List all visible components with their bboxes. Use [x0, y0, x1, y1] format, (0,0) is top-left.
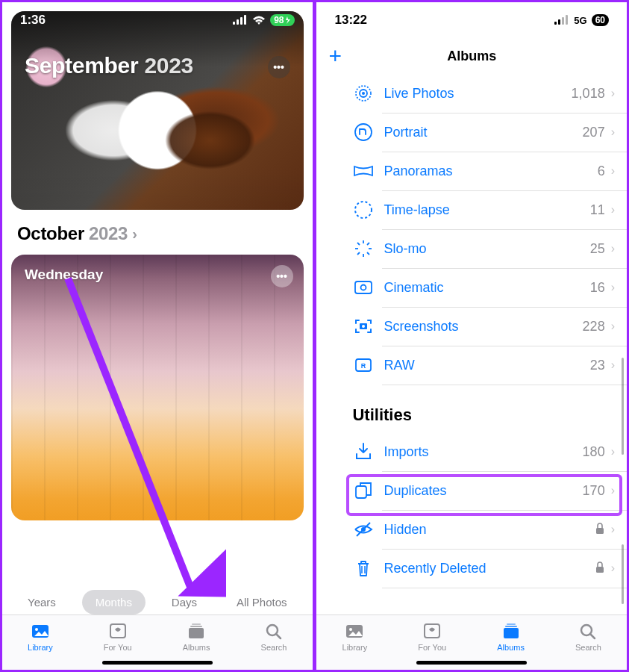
- portrait-icon: [352, 121, 375, 143]
- library-icon: [30, 621, 51, 641]
- svg-rect-36: [356, 486, 366, 498]
- segment-days[interactable]: Days: [158, 590, 210, 615]
- day-card-wednesday[interactable]: Wednesday •••: [11, 255, 304, 520]
- album-row-time-lapse[interactable]: Time-lapse11›: [316, 190, 627, 229]
- svg-rect-8: [192, 623, 201, 625]
- raw-icon: R: [352, 354, 375, 376]
- svg-point-31: [361, 285, 366, 290]
- svg-rect-9: [190, 626, 202, 627]
- scroll-indicator[interactable]: [622, 544, 624, 604]
- row-count: 6: [598, 164, 605, 179]
- albums-list[interactable]: Live Photos1,018›Portrait207›Panoramas6›…: [316, 74, 627, 615]
- tab-library[interactable]: Library: [342, 621, 368, 652]
- svg-rect-15: [562, 17, 564, 25]
- chevron-right-icon: ›: [611, 320, 615, 333]
- row-count: 228: [583, 319, 605, 335]
- chevron-right-icon: ›: [611, 125, 615, 139]
- svg-rect-39: [596, 528, 604, 534]
- album-row-cinematic[interactable]: Cinematic16›: [316, 268, 627, 307]
- more-button[interactable]: •••: [271, 265, 293, 287]
- tab-search[interactable]: Search: [261, 621, 287, 652]
- row-label: Panoramas: [384, 164, 452, 179]
- svg-rect-13: [554, 22, 557, 25]
- pano-icon: [352, 160, 375, 182]
- svg-rect-46: [507, 623, 516, 625]
- tab-albums[interactable]: Albums: [183, 621, 210, 652]
- album-row-raw[interactable]: RRAW23›: [316, 346, 627, 385]
- scroll-indicator[interactable]: [622, 358, 624, 455]
- add-button[interactable]: +: [328, 45, 342, 67]
- svg-line-26: [357, 243, 360, 245]
- battery-indicator: 98: [270, 14, 294, 26]
- row-count: 207: [583, 125, 605, 140]
- home-indicator[interactable]: [102, 661, 213, 665]
- library-view[interactable]: September 2023 ••• October 2023 › Wednes…: [2, 2, 313, 579]
- hidden-icon: [352, 518, 375, 541]
- row-label: Cinematic: [384, 280, 443, 296]
- svg-rect-2: [240, 17, 242, 25]
- svg-rect-0: [233, 22, 235, 25]
- svg-rect-14: [558, 19, 560, 25]
- search-icon: [578, 621, 598, 641]
- library-icon: [344, 621, 365, 641]
- svg-rect-42: [596, 567, 604, 573]
- signal-icon: [233, 15, 248, 25]
- status-time: 1:36: [20, 13, 46, 28]
- album-row-slo-mo[interactable]: Slo-mo25›: [316, 229, 627, 268]
- chevron-right-icon: ›: [611, 484, 615, 497]
- svg-point-33: [362, 325, 365, 328]
- card-subtitle: Wednesday: [25, 267, 103, 283]
- album-row-portrait[interactable]: Portrait207›: [316, 113, 627, 152]
- row-label: Live Photos: [384, 86, 454, 102]
- row-label: Slo-mo: [384, 241, 426, 257]
- album-row-live-photos[interactable]: Live Photos1,018›: [316, 74, 627, 113]
- trash-icon: [352, 557, 375, 579]
- slomo-icon: [352, 237, 375, 260]
- segment-all-photos[interactable]: All Photos: [223, 590, 301, 615]
- lock-icon: [595, 561, 605, 576]
- status-bar: 1:36 98: [2, 2, 313, 38]
- chevron-right-icon: ›: [611, 358, 615, 372]
- home-indicator[interactable]: [416, 661, 527, 665]
- status-indicators: 98: [233, 14, 294, 26]
- albums-icon: [186, 621, 207, 641]
- tab-for-you[interactable]: For You: [104, 621, 132, 652]
- month-header-october[interactable]: October 2023 ›: [11, 210, 304, 255]
- album-row-screenshots[interactable]: Screenshots228›: [316, 307, 627, 346]
- segment-months[interactable]: Months: [82, 590, 145, 615]
- row-label: Imports: [384, 444, 428, 460]
- view-segmented-control[interactable]: Years Months Days All Photos: [11, 588, 304, 616]
- nav-bar: + Albums: [316, 38, 627, 74]
- svg-point-44: [349, 628, 352, 631]
- status-bar: 13:22 5G 60: [316, 2, 627, 38]
- svg-rect-1: [237, 19, 239, 25]
- row-count: 16: [590, 280, 605, 296]
- chevron-right-icon: ›: [611, 523, 615, 536]
- album-row-panoramas[interactable]: Panoramas6›: [316, 152, 627, 190]
- tab-library[interactable]: Library: [28, 621, 53, 652]
- album-row-recently-deleted[interactable]: Recently Deleted›: [316, 549, 627, 588]
- tab-albums[interactable]: Albums: [497, 621, 525, 652]
- nav-title: Albums: [447, 49, 496, 64]
- tab-search[interactable]: Search: [575, 621, 601, 652]
- chevron-right-icon: ›: [611, 561, 615, 575]
- album-row-hidden[interactable]: Hidden›: [316, 510, 627, 549]
- row-label: Hidden: [384, 522, 426, 538]
- album-row-duplicates[interactable]: Duplicates170›: [316, 471, 627, 510]
- signal-icon: [554, 15, 569, 25]
- lock-icon: [595, 523, 605, 537]
- row-label: Duplicates: [384, 483, 446, 499]
- segment-years[interactable]: Years: [14, 590, 69, 615]
- svg-line-38: [357, 523, 370, 536]
- chevron-right-icon: ›: [611, 242, 615, 255]
- row-label: Time-lapse: [384, 202, 449, 218]
- svg-line-50: [590, 634, 595, 638]
- row-count: 11: [590, 202, 605, 218]
- section-utilities: Utilities: [316, 385, 627, 432]
- month-card-september[interactable]: September 2023 •••: [11, 11, 304, 210]
- album-row-imports[interactable]: Imports180›: [316, 432, 627, 471]
- tab-for-you[interactable]: For You: [418, 621, 446, 652]
- more-button[interactable]: •••: [268, 56, 290, 78]
- svg-point-20: [355, 124, 372, 140]
- card-title: September 2023: [25, 53, 193, 78]
